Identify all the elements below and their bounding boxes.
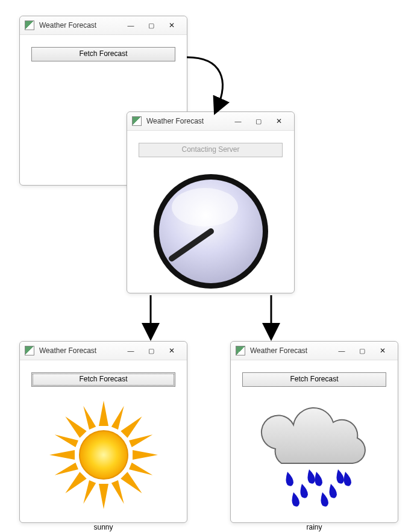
maximize-icon[interactable] bbox=[141, 346, 161, 355]
sun-icon bbox=[43, 395, 164, 515]
flow-arrow bbox=[181, 51, 241, 117]
maximize-icon[interactable] bbox=[352, 346, 372, 355]
svg-marker-4 bbox=[99, 401, 108, 426]
close-icon[interactable] bbox=[269, 117, 289, 125]
close-icon[interactable] bbox=[161, 346, 182, 355]
svg-point-2 bbox=[172, 188, 238, 227]
svg-marker-8 bbox=[133, 450, 158, 460]
svg-marker-5 bbox=[111, 404, 127, 430]
close-icon[interactable] bbox=[161, 21, 182, 30]
svg-marker-13 bbox=[80, 480, 95, 505]
svg-point-20 bbox=[80, 431, 128, 479]
window-rainy-result: Weather Forecast Fetch Forecast bbox=[230, 341, 398, 523]
window-loading: Weather Forecast Contacting Server bbox=[127, 111, 295, 293]
minimize-icon[interactable] bbox=[121, 346, 141, 355]
minimize-icon[interactable] bbox=[121, 21, 141, 30]
maximize-icon[interactable] bbox=[248, 117, 269, 125]
app-icon bbox=[132, 116, 142, 126]
svg-marker-17 bbox=[53, 431, 78, 447]
svg-marker-11 bbox=[111, 480, 127, 505]
loading-dial-icon bbox=[148, 168, 274, 295]
fetch-forecast-button[interactable]: Fetch Forecast bbox=[31, 47, 175, 61]
status-label: rainy bbox=[306, 523, 322, 532]
svg-marker-7 bbox=[129, 431, 154, 447]
app-icon bbox=[25, 20, 34, 30]
fetch-forecast-button: Contacting Server bbox=[139, 143, 283, 157]
result-image-area bbox=[32, 387, 175, 523]
window-title: Weather Forecast bbox=[250, 346, 331, 355]
app-icon bbox=[236, 346, 245, 355]
titlebar: Weather Forecast bbox=[20, 342, 187, 360]
svg-marker-14 bbox=[61, 472, 86, 496]
svg-marker-16 bbox=[49, 450, 75, 460]
maximize-icon[interactable] bbox=[141, 21, 161, 30]
svg-marker-12 bbox=[99, 484, 108, 509]
svg-marker-18 bbox=[61, 413, 86, 438]
window-title: Weather Forecast bbox=[146, 117, 228, 125]
window-title: Weather Forecast bbox=[39, 21, 121, 30]
status-label: sunny bbox=[93, 523, 113, 532]
minimize-icon[interactable] bbox=[331, 346, 352, 355]
fetch-forecast-button[interactable]: Fetch Forecast bbox=[242, 372, 386, 387]
titlebar: Weather Forecast bbox=[20, 16, 187, 35]
raincloud-icon bbox=[251, 395, 378, 515]
result-image-area bbox=[243, 387, 386, 523]
window-title: Weather Forecast bbox=[39, 346, 121, 355]
svg-marker-9 bbox=[129, 463, 154, 478]
svg-marker-10 bbox=[121, 472, 145, 496]
titlebar: Weather Forecast bbox=[127, 112, 294, 131]
svg-marker-19 bbox=[80, 404, 95, 430]
titlebar: Weather Forecast bbox=[231, 342, 398, 360]
close-icon[interactable] bbox=[372, 346, 393, 355]
window-sunny-result: Weather Forecast Fetch Forecast bbox=[19, 341, 187, 523]
svg-marker-15 bbox=[53, 463, 78, 478]
app-icon bbox=[25, 346, 34, 355]
minimize-icon[interactable] bbox=[228, 117, 248, 125]
svg-marker-6 bbox=[121, 413, 145, 438]
loading-image-area bbox=[139, 157, 282, 305]
fetch-forecast-button[interactable]: Fetch Forecast bbox=[31, 372, 175, 387]
